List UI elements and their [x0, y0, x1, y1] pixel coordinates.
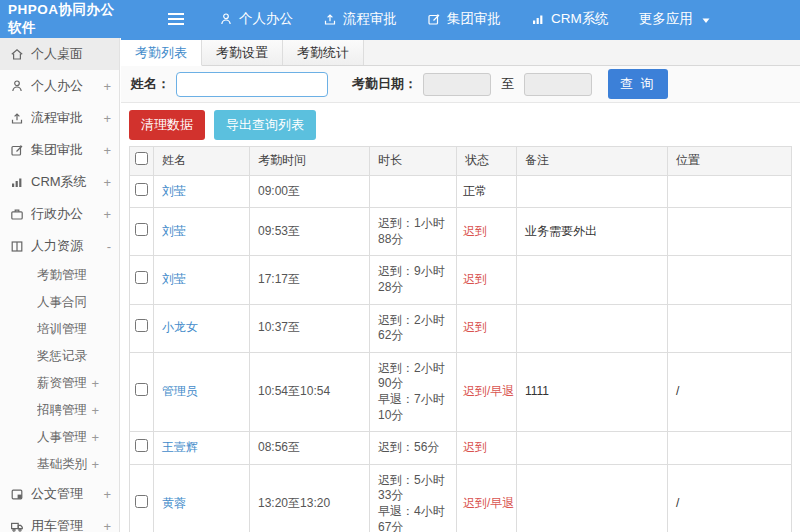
tab-attendance-statistics[interactable]: 考勤统计 [283, 40, 364, 65]
nav-item-group-approval[interactable]: 集团审批 [412, 0, 516, 38]
row-checkbox[interactable] [135, 271, 148, 284]
nav-item-more-apps[interactable]: 更多应用 [624, 0, 728, 38]
row-checkbox[interactable] [135, 183, 148, 196]
duration-cell [370, 175, 457, 208]
row-checkbox[interactable] [135, 383, 148, 396]
date-label: 考勤日期： [352, 75, 417, 93]
column-header: 备注 [517, 147, 668, 176]
row-checkbox[interactable] [135, 223, 148, 236]
expander-base-category-settings: + [87, 457, 99, 472]
search-button[interactable]: 查 询 [608, 69, 668, 99]
row-checkbox[interactable] [135, 495, 148, 508]
sidebar-item-vehicle-management[interactable]: 用车管理+ [0, 510, 119, 532]
note-cell: 1111 [517, 352, 668, 431]
nav-item-crm-system[interactable]: CRM系统 [516, 0, 624, 38]
attendance-time-cell: 08:56至 [250, 432, 370, 465]
column-header: 考勤时间 [250, 147, 370, 176]
caret-down-icon [699, 11, 713, 27]
nav-item-personal-office[interactable]: 个人办公 [204, 0, 308, 38]
topbar: PHPOA协同办公软件 个人办公流程审批集团审批CRM系统更多应用 [0, 0, 800, 38]
sidebar-item-label: CRM系统 [31, 173, 99, 191]
select-all-checkbox[interactable] [135, 152, 148, 165]
sidebar-item-label: 培训管理 [37, 321, 95, 338]
employee-name-link[interactable]: 黄蓉 [162, 496, 186, 510]
nav-item-workflow-approval[interactable]: 流程审批 [308, 0, 412, 38]
expander-recruitment-management: + [87, 403, 99, 418]
duration-cell: 迟到：2小时62分 [370, 304, 457, 352]
table-header-row: 姓名考勤时间时长状态备注位置 [130, 147, 792, 176]
export-list-button[interactable]: 导出查询列表 [214, 110, 316, 140]
date-from-input[interactable] [423, 73, 491, 96]
name-cell: 黄蓉 [154, 464, 250, 532]
sidebar-item-salary-management[interactable]: 薪资管理+ [0, 370, 119, 397]
workflow-icon [323, 12, 337, 26]
sidebar-item-personal-desktop[interactable]: 个人桌面 [0, 38, 119, 70]
sidebar-item-base-category-settings[interactable]: 基础类别设置+ [0, 451, 119, 478]
sidebar: 个人桌面个人办公+流程审批+集团审批+CRM系统+行政办公+人力资源-考勤管理人… [0, 38, 120, 532]
checkbox-cell [130, 304, 154, 352]
sidebar-item-admin-office[interactable]: 行政办公+ [0, 198, 119, 230]
expander-personnel-management: + [87, 430, 99, 445]
employee-name-link[interactable]: 王壹辉 [162, 440, 198, 454]
table-row: 小龙女10:37至迟到：2小时62分迟到 [130, 304, 792, 352]
name-cell: 王壹辉 [154, 432, 250, 465]
location-cell [668, 432, 792, 465]
sidebar-item-document-management[interactable]: 公文管理+ [0, 478, 119, 510]
expander-vehicle-management: + [99, 519, 111, 532]
sidebar-item-label: 公文管理 [31, 485, 99, 503]
sidebar-item-group-approval[interactable]: 集团审批+ [0, 134, 119, 166]
sidebar-item-personnel-contract[interactable]: 人事合同 [0, 289, 119, 316]
sidebar-item-personnel-management[interactable]: 人事管理+ [0, 424, 119, 451]
sidebar-item-crm-system[interactable]: CRM系统+ [0, 166, 119, 198]
date-to-input[interactable] [524, 73, 592, 96]
sidebar-item-label: 基础类别设置 [37, 456, 87, 473]
home-icon [10, 47, 24, 61]
person-icon [219, 12, 233, 26]
attendance-time-cell: 13:20至13:20 [250, 464, 370, 532]
sidebar-item-reward-punishment[interactable]: 奖惩记录 [0, 343, 119, 370]
approval-icon [10, 143, 24, 157]
sidebar-item-label: 流程审批 [31, 109, 99, 127]
sidebar-item-label: 奖惩记录 [37, 348, 95, 365]
table-row: 刘莹17:17至迟到：9小时28分迟到 [130, 256, 792, 304]
sidebar-item-label: 人力资源 [31, 237, 103, 255]
checkbox-cell [130, 464, 154, 532]
person-icon [10, 79, 24, 93]
app-logo: PHPOA协同办公软件 [0, 1, 120, 37]
clear-data-button[interactable]: 清理数据 [129, 110, 205, 140]
row-checkbox[interactable] [135, 439, 148, 452]
status-cell: 迟到/早退 [457, 464, 517, 532]
row-checkbox[interactable] [135, 319, 148, 332]
note-cell: 业务需要外出 [517, 208, 668, 256]
sidebar-item-label: 人事合同 [37, 294, 95, 311]
tab-attendance-settings[interactable]: 考勤设置 [202, 40, 283, 65]
sidebar-item-training-management[interactable]: 培训管理 [0, 316, 119, 343]
employee-name-link[interactable]: 刘莹 [162, 224, 186, 238]
name-input[interactable] [176, 72, 328, 97]
sidebar-item-attendance-management[interactable]: 考勤管理 [0, 262, 119, 289]
sidebar-item-recruitment-management[interactable]: 招聘管理+ [0, 397, 119, 424]
attendance-table-wrap: 姓名考勤时间时长状态备注位置 刘莹09:00至正常刘莹09:53至迟到：1小时8… [121, 146, 800, 532]
duration-cell: 迟到：5小时33分 早退：4小时67分 [370, 464, 457, 532]
topbar-nav: 个人办公流程审批集团审批CRM系统更多应用 [204, 0, 728, 38]
sidebar-item-label: 用车管理 [31, 517, 99, 532]
nav-item-label: 更多应用 [639, 10, 693, 28]
employee-name-link[interactable]: 刘莹 [162, 272, 186, 286]
table-row: 管理员10:54至10:54迟到：2小时90分 早退：7小时10分迟到/早退11… [130, 352, 792, 431]
hamburger-menu-icon[interactable] [168, 13, 184, 25]
expander-group-approval: + [99, 143, 111, 158]
sidebar-item-personal-office[interactable]: 个人办公+ [0, 70, 119, 102]
employee-name-link[interactable]: 刘莹 [162, 184, 186, 198]
tab-attendance-list[interactable]: 考勤列表 [121, 40, 202, 66]
sidebar-item-human-resources[interactable]: 人力资源- [0, 230, 119, 262]
employee-name-link[interactable]: 管理员 [162, 384, 198, 398]
expander-workflow-approval: + [99, 111, 111, 126]
attendance-table: 姓名考勤时间时长状态备注位置 刘莹09:00至正常刘莹09:53至迟到：1小时8… [129, 146, 792, 532]
name-cell: 刘莹 [154, 175, 250, 208]
duration-cell: 迟到：2小时90分 早退：7小时10分 [370, 352, 457, 431]
status-cell: 迟到 [457, 256, 517, 304]
name-cell: 管理员 [154, 352, 250, 431]
sidebar-item-workflow-approval[interactable]: 流程审批+ [0, 102, 119, 134]
nav-item-label: 个人办公 [239, 10, 293, 28]
employee-name-link[interactable]: 小龙女 [162, 320, 198, 334]
